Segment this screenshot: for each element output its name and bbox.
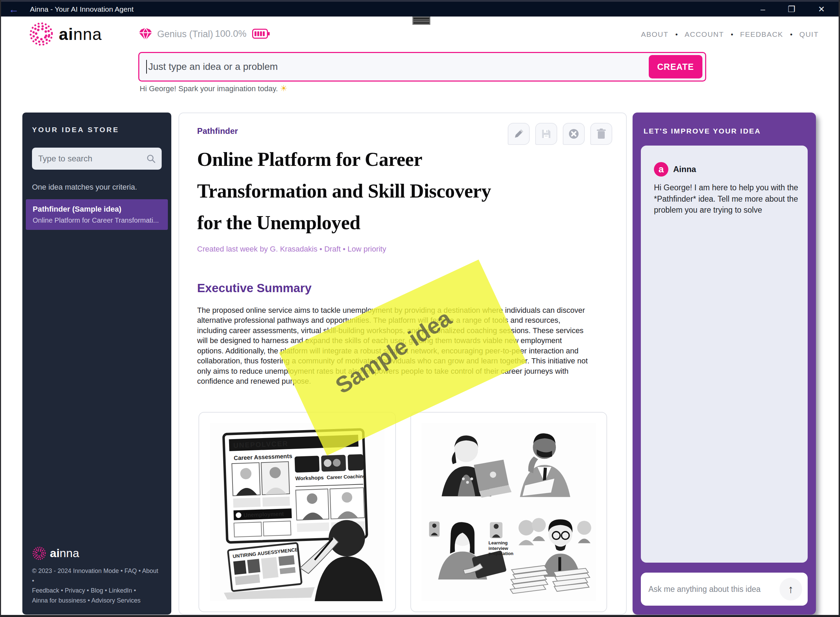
idea-detail-card: Pathfinder: [178, 112, 627, 615]
window-title: Ainna - Your AI Innovation Agent: [30, 5, 133, 13]
ainna-logo-icon-small: [32, 546, 46, 561]
back-arrow-icon[interactable]: ←: [9, 3, 19, 15]
window-drag-handle[interactable]: [413, 16, 430, 25]
maximize-button[interactable]: ❐: [788, 4, 795, 14]
cancel-button[interactable]: [563, 123, 585, 145]
search-icon: [147, 154, 155, 163]
idea-illustration-1: UNEPOLVCER Career Assessments Unemployme…: [209, 423, 385, 601]
minimize-button[interactable]: –: [760, 4, 765, 14]
arrow-up-icon: ↑: [788, 583, 794, 596]
ainna-avatar-icon: a: [654, 162, 668, 177]
footer-links-line[interactable]: Ainna for bussiness • Advisory Services: [32, 596, 162, 606]
sidebar-item-title: Pathfinder (Sample idea): [33, 205, 161, 214]
ainna-logo: ainna: [28, 21, 102, 47]
nav-quit[interactable]: QUIT: [799, 30, 819, 38]
pencil-icon: [514, 129, 524, 139]
sidebar-footer-logo: ainna: [32, 546, 162, 561]
window-titlebar: ← Ainna - Your AI Innovation Agent – ❐ ✕: [1, 2, 839, 16]
battery-percentage: 100.0%: [215, 28, 247, 39]
idea-store-sidebar: YOUR IDEA STORE One idea matches your cr…: [22, 112, 171, 615]
nav-account[interactable]: ACCOUNT: [685, 30, 724, 38]
edit-button[interactable]: [508, 123, 530, 145]
delete-button[interactable]: [590, 123, 612, 145]
greeting-text: Hi George! Spark your imagination today.…: [140, 84, 287, 93]
panel-header: LET'S IMPROVE YOUR IDEA: [644, 127, 761, 135]
executive-summary-heading: Executive Summary: [197, 281, 312, 295]
send-button[interactable]: ↑: [780, 578, 802, 601]
nav-about[interactable]: ABOUT: [641, 30, 668, 38]
svg-text:Workshops: Workshops: [295, 475, 324, 481]
trash-icon: [596, 128, 606, 139]
ainna-logo-icon: [28, 21, 54, 47]
nav-separator: •: [731, 31, 733, 38]
battery-icon: [252, 28, 270, 39]
bot-row: a Ainna: [654, 162, 696, 177]
improve-idea-panel: LET'S IMPROVE YOUR IDEA a Ainna Hi Georg…: [632, 112, 816, 615]
sidebar-item-pathfinder[interactable]: Pathfinder (Sample idea) Online Platform…: [26, 199, 168, 230]
plan-badge: Genius (Trial): [139, 28, 213, 41]
match-count-text: One idea matches your criteria.: [32, 183, 162, 192]
sun-icon: ☀: [280, 84, 287, 93]
idea-actions: [508, 123, 612, 145]
save-icon: [541, 129, 551, 139]
nav-separator: •: [790, 31, 793, 38]
nav-feedback[interactable]: FEEDBACK: [740, 30, 783, 38]
sidebar-footer: ainna © 2023 - 2024 Innovation Mode • FA…: [32, 546, 162, 606]
idea-title: Online Platform for Career Transformatio…: [197, 143, 603, 238]
sidebar-item-subtitle: Online Platform for Career Transformati.…: [33, 217, 161, 224]
footer-links-line[interactable]: © 2023 - 2024 Innovation Mode • FAQ • Ab…: [32, 566, 162, 586]
gem-icon: [139, 28, 152, 41]
svg-text:Learning: Learning: [488, 540, 508, 545]
x-circle-icon: [568, 128, 579, 139]
idea-image-card-2: Learning interview preparation: [410, 412, 607, 612]
idea-create-bar: CREATE: [138, 52, 706, 81]
battery-status: 100.0%: [215, 28, 270, 39]
nav-separator: •: [675, 31, 678, 38]
sidebar-search-input[interactable]: [38, 154, 147, 164]
svg-text:preparation: preparation: [488, 551, 514, 556]
bot-name: Ainna: [673, 164, 696, 174]
idea-input[interactable]: [147, 61, 649, 72]
idea-meta: Created last week by G. Krasadakis • Dra…: [197, 245, 386, 254]
idea-name-label: Pathfinder: [197, 126, 238, 136]
idea-image-card-1: UNEPOLVCER Career Assessments Unemployme…: [199, 412, 396, 612]
footer-wordmark: ainna: [50, 546, 79, 560]
plan-label: Genius (Trial): [157, 29, 213, 40]
idea-illustration-2: Learning interview preparation: [421, 423, 596, 601]
executive-summary-text: The proposed online service aims to tack…: [197, 305, 589, 387]
ask-input-card: ↑: [641, 573, 808, 606]
sidebar-title: YOUR IDEA STORE: [32, 125, 162, 134]
top-nav: ABOUT • ACCOUNT • FEEDBACK • QUIT: [641, 30, 819, 38]
svg-text:interview: interview: [488, 546, 508, 551]
sidebar-search: [32, 148, 162, 170]
save-button[interactable]: [535, 123, 557, 145]
app-window: ← Ainna - Your AI Innovation Agent – ❐ ✕…: [0, 0, 840, 617]
close-button[interactable]: ✕: [818, 4, 825, 14]
logo-wordmark: ainna: [59, 25, 102, 44]
chat-card: a Ainna Hi George! I am here to help you…: [641, 146, 808, 562]
ask-input[interactable]: [648, 585, 780, 594]
footer-links-line[interactable]: Feedback • Privacy • Blog • LinkedIn •: [32, 586, 162, 596]
create-button[interactable]: CREATE: [649, 55, 702, 78]
bot-message: Hi George! I am here to help you with th…: [654, 182, 809, 216]
